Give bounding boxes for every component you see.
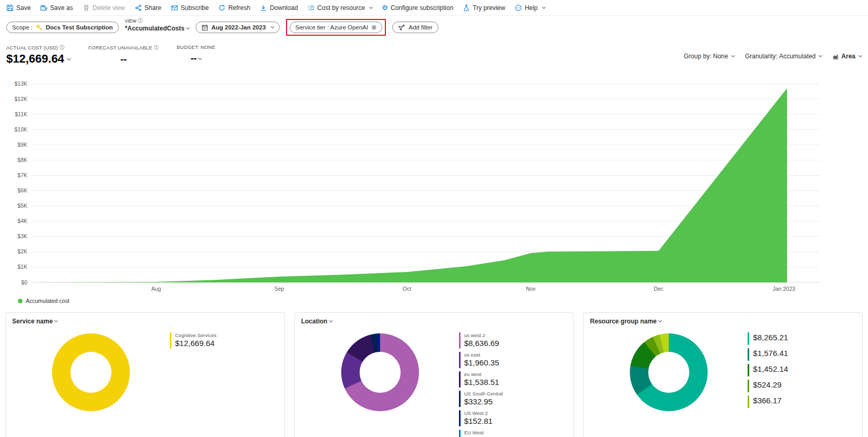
- legend-item: us west 2$8,636.69: [459, 332, 503, 349]
- remove-filter-icon[interactable]: ⊗: [371, 24, 376, 31]
- budget-dropdown[interactable]: --: [177, 53, 216, 64]
- svg-text:$0: $0: [21, 279, 27, 286]
- service-tier-filter-pill[interactable]: Service tier : Azure OpenAI ⊗: [290, 22, 383, 33]
- chart-section: $0$1K$2K$3K$4K$5K$6K$7K$8K$9K$10K$11K$12…: [0, 77, 868, 304]
- cost-by-resource-label: Cost by resource: [318, 4, 365, 12]
- save-as-label: Save as: [50, 4, 73, 12]
- kpi-row: ACTUAL COST (USD) ⓘ $12,669.64 FORECAST …: [0, 44, 868, 66]
- share-icon: [135, 4, 142, 12]
- save-as-button[interactable]: Save as: [40, 4, 73, 12]
- actual-cost-label: ACTUAL COST (USD): [6, 45, 58, 50]
- donut-chart: [341, 333, 419, 411]
- scope-value: Docs Test Subscription: [46, 24, 113, 31]
- chevron-down-icon: [54, 319, 58, 322]
- legend-name: Cognitive Services: [175, 332, 217, 338]
- add-filter-icon: [398, 24, 405, 31]
- resource-group-card: Resource group name $8,265.21$1,576.41$1…: [583, 312, 863, 437]
- chevron-down-icon: [198, 56, 202, 59]
- legend-color-bar: [748, 364, 749, 377]
- legend-name: eu west: [464, 371, 499, 377]
- kpi-actual-cost: ACTUAL COST (USD) ⓘ $12,669.64: [6, 44, 70, 66]
- scope-pill[interactable]: Scope : Docs Test Subscription: [6, 22, 119, 33]
- save-as-icon: [40, 4, 47, 12]
- date-range-pill[interactable]: Aug 2022-Jan 2023: [196, 22, 280, 33]
- legend-color-bar: [748, 380, 749, 392]
- svg-text:Dec: Dec: [653, 286, 663, 292]
- delete-view-button[interactable]: Delete view: [83, 4, 125, 12]
- group-by-dropdown[interactable]: Group by: None: [684, 53, 734, 60]
- cost-by-resource-menu[interactable]: Cost by resource: [308, 4, 373, 12]
- resource-group-dropdown[interactable]: Resource group name: [590, 318, 661, 325]
- try-preview-label: Try preview: [473, 4, 505, 12]
- legend-label: Accumulated cost: [26, 298, 69, 304]
- download-icon: [260, 4, 267, 12]
- legend-value: $8,265.21: [753, 332, 788, 343]
- download-button[interactable]: Download: [260, 4, 298, 12]
- help-menu[interactable]: ? Help: [515, 4, 545, 12]
- legend-item: $8,265.21: [748, 332, 788, 345]
- svg-text:Aug: Aug: [151, 286, 161, 292]
- legend-color-bar: [459, 332, 461, 349]
- svg-text:$4K: $4K: [17, 218, 27, 224]
- configure-subscription-button[interactable]: ⚙ Configure subscription: [382, 4, 453, 12]
- legend-item: US South Central$332.95: [459, 391, 503, 407]
- chevron-down-icon: [67, 56, 71, 60]
- legend-item: $1,452.14: [748, 364, 788, 377]
- legend-item: $524.29: [748, 380, 788, 392]
- legend-color-bar: [748, 332, 749, 345]
- legend-value: $1,960.35: [464, 358, 499, 368]
- legend-value: $152.81: [464, 416, 493, 426]
- legend-value: $524.29: [753, 380, 781, 390]
- save-button[interactable]: Save: [6, 4, 30, 12]
- legend-item: US West 2$152.81: [459, 410, 503, 426]
- card-title: Service name: [12, 318, 53, 325]
- envelope-icon: [171, 4, 178, 12]
- card-legend: $8,265.21$1,576.41$1,452.14$524.29$366.1…: [748, 326, 788, 411]
- actual-cost-dropdown[interactable]: $12,669.64: [6, 52, 70, 66]
- service-name-card: Service name Cognitive Services$12,669.6…: [5, 312, 285, 437]
- svg-text:$13K: $13K: [14, 80, 27, 87]
- view-dropdown[interactable]: *AccumulatedCosts: [125, 25, 189, 32]
- granularity-dropdown[interactable]: Granularity: Accumulated: [745, 53, 822, 60]
- legend-value: $1,538.51: [464, 377, 499, 388]
- add-filter-button[interactable]: Add filter: [392, 22, 438, 33]
- refresh-icon: [218, 4, 226, 12]
- legend-value: $12,669.64: [175, 338, 217, 349]
- refresh-button[interactable]: Refresh: [218, 4, 250, 12]
- help-label: Help: [525, 4, 538, 12]
- save-icon: [6, 4, 14, 12]
- help-icon: ?: [515, 4, 522, 12]
- chevron-down-icon: [819, 54, 822, 57]
- list-icon: [308, 4, 315, 12]
- svg-text:Jan 2023: Jan 2023: [772, 286, 795, 292]
- location-dropdown[interactable]: Location: [301, 318, 332, 325]
- chevron-down-icon: [186, 26, 190, 29]
- chevron-down-icon: [329, 319, 333, 322]
- chevron-down-icon: [270, 25, 274, 28]
- chevron-down-icon: [731, 54, 735, 57]
- chart-type-dropdown[interactable]: Area: [832, 53, 862, 60]
- group-by-label: Group by:: [684, 53, 712, 60]
- card-legend: Cognitive Services$12,669.64: [170, 326, 217, 352]
- kpi-forecast: FORECAST UNAVAILABLE ⓘ --: [88, 44, 159, 65]
- service-name-dropdown[interactable]: Service name: [12, 318, 57, 325]
- legend-value: $332.95: [464, 397, 503, 407]
- svg-text:$8K: $8K: [17, 157, 27, 163]
- svg-text:$3K: $3K: [17, 233, 27, 239]
- legend-color-bar: [459, 352, 461, 368]
- svg-text:Oct: Oct: [403, 286, 411, 292]
- share-button[interactable]: Share: [135, 4, 161, 12]
- subscribe-button[interactable]: Subscribe: [171, 4, 209, 12]
- filter-bar: Scope : Docs Test Subscription VIEW ⓘ *A…: [0, 16, 868, 41]
- legend-name: US West 2: [464, 410, 493, 416]
- highlight-box: Service tier : Azure OpenAI ⊗: [286, 19, 386, 36]
- svg-text:Sep: Sep: [274, 286, 284, 292]
- location-card: Location us west 2$8,636.69us east$1,960…: [294, 312, 574, 437]
- card-legend: us west 2$8,636.69us east$1,960.35eu wes…: [459, 326, 503, 437]
- legend-color-bar: [170, 332, 171, 349]
- legend-value: $1,576.41: [753, 348, 788, 359]
- svg-text:$6K: $6K: [17, 187, 27, 194]
- try-preview-button[interactable]: Try preview: [463, 4, 505, 12]
- legend-name: EU West: [464, 430, 484, 435]
- legend-name: us east: [464, 352, 499, 358]
